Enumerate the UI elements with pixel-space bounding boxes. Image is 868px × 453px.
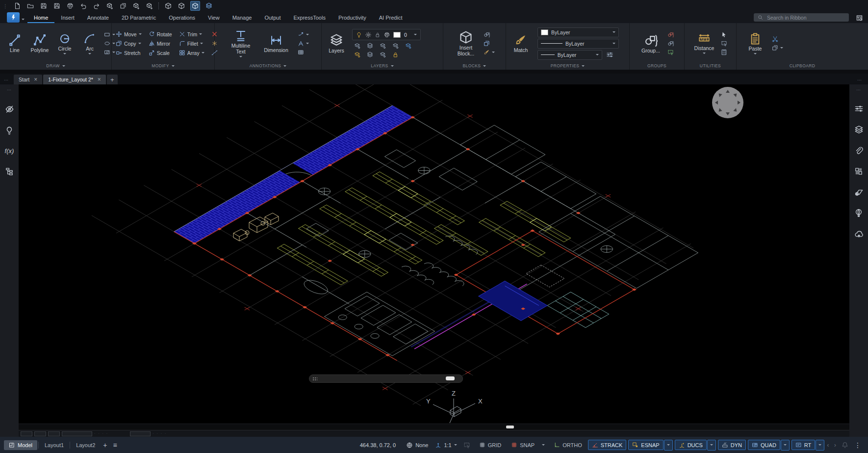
tab-view[interactable]: View	[202, 13, 226, 23]
tab-insert[interactable]: Insert	[54, 13, 81, 23]
annotation-monitor-icon[interactable]	[463, 442, 470, 449]
hatch-panel-icon[interactable]	[854, 187, 864, 197]
doctab-grip[interactable]: ⋯	[4, 78, 9, 82]
stretch-button[interactable]: Stretch	[116, 50, 142, 56]
arc-dropdown-icon[interactable]	[88, 53, 91, 54]
assistant-panel-icon[interactable]	[854, 209, 863, 217]
notifications-bell-icon[interactable]	[842, 442, 848, 449]
tab-2d-parametric[interactable]: 2D Parametric	[115, 13, 162, 23]
save-button[interactable]	[39, 1, 48, 10]
tab-home[interactable]: Home	[27, 13, 54, 23]
plot-button[interactable]	[66, 1, 75, 10]
close-icon[interactable]: ×	[98, 76, 101, 83]
panel-label-modify[interactable]: MODIFY	[112, 62, 214, 70]
layer-lock-tool-icon[interactable]	[392, 52, 399, 58]
status-prev-icon[interactable]: ‹	[827, 441, 829, 449]
status-menu-icon[interactable]: ⋮	[854, 441, 861, 449]
multiline-text-button[interactable]: Multiline Text	[227, 29, 255, 57]
save-as-button[interactable]	[52, 1, 61, 10]
layer-walk-icon[interactable]	[354, 52, 360, 58]
toggle-rt[interactable]: RT	[791, 440, 815, 450]
mirror-button[interactable]: Mirror	[149, 40, 172, 47]
new-file-button[interactable]	[13, 1, 22, 10]
linetype-dropdown[interactable]: ByLayer	[537, 50, 602, 60]
block-attributes-button[interactable]	[484, 49, 495, 55]
distance-button[interactable]: Distance	[693, 33, 715, 54]
doc-tab-start[interactable]: Start ×	[14, 75, 42, 84]
search-input[interactable]	[766, 14, 832, 21]
fillet-button[interactable]: Fillet	[179, 40, 204, 47]
import-block-button[interactable]	[145, 1, 154, 10]
rail-grip[interactable]: ⋯	[856, 87, 861, 92]
rt-dropdown-icon[interactable]	[816, 440, 824, 451]
leader-button[interactable]	[298, 31, 309, 38]
toggle-snap[interactable]: SNAP	[507, 440, 538, 450]
bottom-scroll-thumb[interactable]	[506, 426, 514, 428]
panel-label-properties[interactable]: PROPERTIES	[506, 62, 629, 70]
toggle-strack[interactable]: STRACK	[588, 440, 627, 450]
layer-match-icon[interactable]	[380, 52, 386, 58]
move-button[interactable]: Move	[116, 31, 142, 37]
scale-button[interactable]: Scale	[149, 50, 172, 56]
toggle-ducs[interactable]: DUCS	[675, 440, 707, 450]
panel-label-blocks[interactable]: BLOCKS	[443, 62, 506, 70]
panel-label-draw[interactable]: DRAW	[0, 62, 111, 70]
trim-button[interactable]: Trim	[179, 31, 204, 37]
properties-panel-icon[interactable]	[854, 104, 864, 113]
horizontal-scrollbar[interactable]	[309, 374, 463, 383]
arc-button[interactable]: Arc	[79, 32, 101, 54]
layer-on-icon[interactable]	[356, 32, 362, 38]
properties-settings-icon[interactable]	[606, 51, 613, 58]
layer-lock-icon[interactable]	[375, 32, 381, 38]
cut-button[interactable]	[772, 36, 783, 42]
tab-output[interactable]: Output	[258, 13, 287, 23]
layers-button[interactable]: Layers	[326, 33, 347, 54]
new-document-button[interactable]: +	[107, 75, 118, 84]
layer-color-swatch[interactable]	[393, 32, 401, 38]
layer-freeze-icon[interactable]	[365, 32, 371, 38]
copy-clipboard-button[interactable]	[772, 45, 783, 51]
layer-selector[interactable]: 0	[352, 29, 421, 40]
block-move-button[interactable]	[105, 1, 114, 10]
copy-clip-button[interactable]	[119, 1, 128, 10]
layer-off-tool-icon[interactable]	[392, 43, 399, 49]
close-icon[interactable]: ×	[34, 76, 37, 83]
layout1-tab[interactable]: Layout1	[40, 440, 69, 450]
layer-states-icon[interactable]	[405, 43, 411, 49]
tips-icon[interactable]	[5, 126, 14, 135]
insert-block-button[interactable]: Insert Block...	[454, 30, 478, 56]
view-scale-control[interactable]: 1:1	[435, 442, 457, 448]
group-add-button[interactable]	[667, 31, 674, 38]
scrollbar-thumb[interactable]	[446, 376, 455, 380]
model-tab[interactable]: Model	[4, 440, 37, 450]
drawing-canvas[interactable]: Z Y X	[19, 84, 849, 437]
polyline-button[interactable]: Polyline	[29, 34, 51, 53]
layers-panel-icon[interactable]	[854, 125, 864, 134]
circle-button[interactable]: Circle	[54, 32, 76, 54]
navigation-wheel[interactable]	[712, 87, 743, 118]
tab-expresstools[interactable]: ExpressTools	[287, 13, 332, 23]
panel-label-utilities[interactable]: UTILITIES	[685, 62, 736, 70]
layer-plot-icon[interactable]	[384, 32, 390, 38]
tab-operations[interactable]: Operations	[162, 13, 202, 23]
toggle-ortho[interactable]: ORTHO	[550, 440, 586, 450]
line-button[interactable]: Line	[4, 34, 26, 53]
toggle-esnap[interactable]: ESNAP	[628, 440, 663, 450]
dimension-button[interactable]: Dimension	[261, 34, 291, 53]
scrollbar-grip[interactable]	[312, 377, 317, 381]
structure-tree-icon[interactable]	[5, 167, 14, 176]
app-menu-chevron-icon[interactable]	[22, 19, 25, 20]
text-style-button[interactable]	[298, 40, 309, 47]
tab-ai-predict[interactable]: AI Predict	[373, 13, 409, 23]
esnap-dropdown-icon[interactable]	[664, 440, 673, 451]
tab-annotate[interactable]: Annotate	[81, 13, 115, 23]
toolbar-grip[interactable]: ⋮	[3, 3, 8, 9]
group-button[interactable]: Group...	[640, 33, 662, 54]
attachments-panel-icon[interactable]	[854, 146, 863, 155]
color-dropdown[interactable]: ByLayer	[537, 27, 619, 37]
quad-dropdown-icon[interactable]	[781, 440, 790, 451]
doctab-overflow[interactable]: ⋯	[857, 78, 862, 82]
layer-dropdown-icon[interactable]	[414, 34, 417, 35]
ribbon-config-icon[interactable]	[856, 14, 863, 22]
model-view[interactable]: Z Y X	[19, 84, 849, 437]
